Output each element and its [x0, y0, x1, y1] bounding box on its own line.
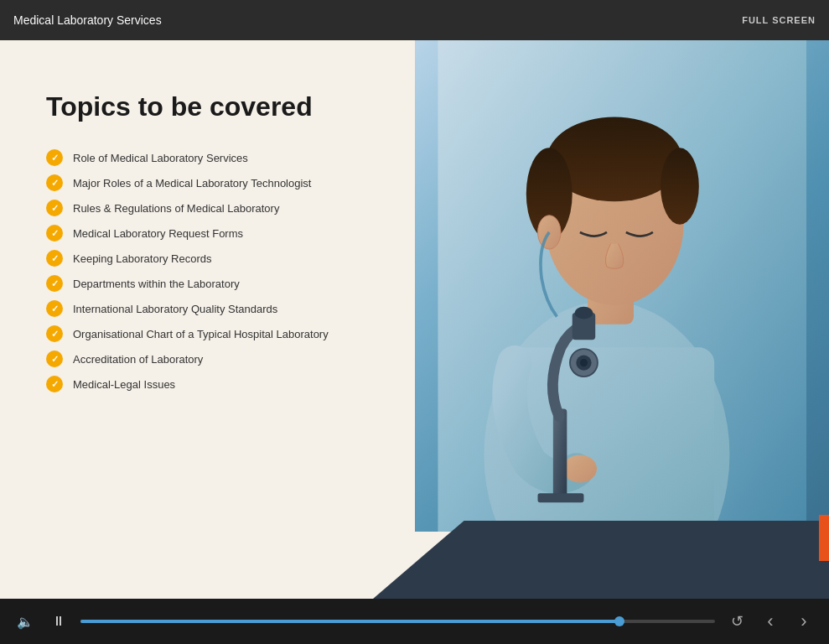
controls-bar: 🔈 ⏸ ↺ ‹ › — [0, 599, 829, 644]
pause-button[interactable]: ⏸ — [47, 610, 70, 633]
svg-rect-10 — [552, 409, 566, 501]
check-icon — [46, 325, 63, 342]
topic-text: Departments within the Laboratory — [73, 278, 240, 290]
check-icon — [46, 376, 63, 392]
replay-button[interactable]: ↺ — [725, 610, 749, 633]
slide-title: Topics to be covered — [46, 91, 422, 122]
topic-item: Medical-Legal Issues — [46, 376, 422, 392]
topic-item: International Laboratory Quality Standar… — [46, 300, 422, 317]
topic-text: Rules & Regulations of Medical Laborator… — [73, 202, 279, 215]
topic-text: International Laboratory Quality Standar… — [73, 303, 277, 315]
fullscreen-button[interactable]: FULL SCREEN — [742, 15, 816, 25]
topbar-title: Medical Laboratory Services — [13, 13, 162, 27]
topic-text: Keeping Laboratory Records — [73, 252, 212, 265]
check-icon — [46, 200, 63, 216]
replay-icon: ↺ — [731, 612, 744, 631]
prev-icon: ‹ — [767, 610, 773, 632]
topic-item: Departments within the Laboratory — [46, 275, 422, 292]
topic-item: Medical Laboratory Request Forms — [46, 225, 422, 242]
topic-text: Role of Medical Laboratory Services — [73, 152, 248, 164]
progress-fill — [80, 620, 619, 623]
slide-image — [415, 40, 830, 532]
topic-text: Organisational Chart of a Typical Hospit… — [73, 328, 329, 340]
topic-text: Medical-Legal Issues — [73, 378, 175, 391]
pause-icon: ⏸ — [52, 614, 65, 629]
next-icon: › — [801, 610, 806, 632]
prev-button[interactable]: ‹ — [759, 610, 782, 633]
microscope-photo — [415, 40, 830, 532]
topic-text: Accreditation of Laboratory — [73, 353, 203, 366]
topic-item: Major Roles of a Medical Laboratory Tech… — [46, 174, 422, 191]
progress-handle[interactable] — [614, 616, 624, 626]
volume-button[interactable]: 🔈 — [13, 610, 37, 633]
check-icon — [46, 225, 63, 242]
progress-bar[interactable] — [80, 620, 715, 623]
topic-item: Organisational Chart of a Typical Hospit… — [46, 325, 422, 342]
slide-left-content: Topics to be covered Role of Medical Lab… — [0, 40, 456, 599]
svg-rect-11 — [537, 493, 583, 502]
topic-text: Major Roles of a Medical Laboratory Tech… — [73, 177, 311, 190]
topic-text: Medical Laboratory Request Forms — [73, 227, 243, 240]
topics-list: Role of Medical Laboratory ServicesMajor… — [46, 149, 422, 392]
volume-icon: 🔈 — [17, 614, 34, 630]
slide-container: Topics to be covered Role of Medical Lab… — [0, 40, 829, 599]
topic-item: Rules & Regulations of Medical Laborator… — [46, 200, 422, 216]
svg-point-16 — [579, 359, 587, 366]
check-icon — [46, 351, 63, 367]
svg-point-13 — [574, 307, 593, 319]
svg-point-7 — [661, 148, 699, 225]
svg-point-9 — [562, 455, 596, 483]
check-icon — [46, 250, 63, 267]
slide-area: Topics to be covered Role of Medical Lab… — [0, 40, 829, 599]
orange-square — [819, 515, 829, 561]
topic-item: Accreditation of Laboratory — [46, 351, 422, 367]
topic-item: Role of Medical Laboratory Services — [46, 149, 422, 166]
topic-item: Keeping Laboratory Records — [46, 250, 422, 267]
check-icon — [46, 275, 63, 292]
check-icon — [46, 174, 63, 191]
topbar: Medical Laboratory Services FULL SCREEN — [0, 0, 829, 40]
check-icon — [46, 149, 63, 166]
next-button[interactable]: › — [792, 610, 816, 633]
check-icon — [46, 300, 63, 317]
